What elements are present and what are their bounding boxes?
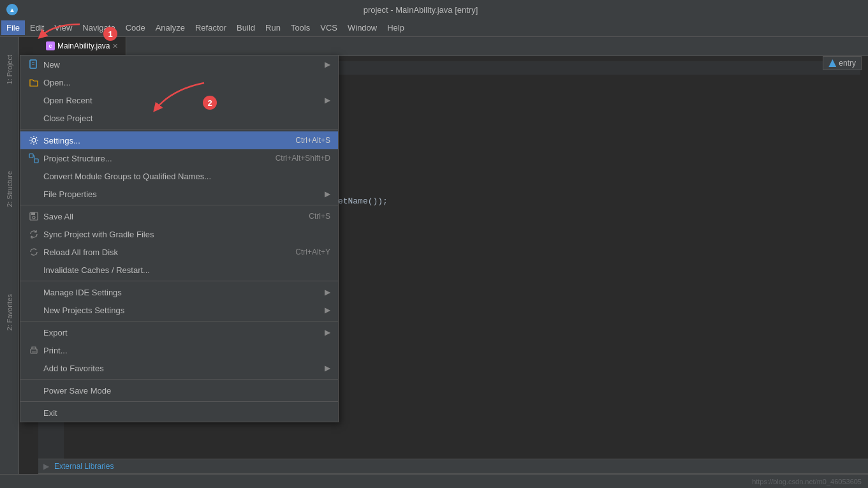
sync-project-label: Sync Project with Gradle Files: [43, 230, 330, 239]
annotation-badge-1: 1: [103, 27, 117, 41]
menu-bar: File Edit View Navigate Code Analyze Ref…: [0, 19, 868, 37]
menu-item-file-properties[interactable]: File Properties ▶: [20, 185, 338, 203]
menu-item-add-favorites[interactable]: Add to Favorites ▶: [20, 359, 338, 377]
menu-item-power-save[interactable]: Power Save Mode: [20, 381, 338, 399]
open-folder-icon: [28, 77, 40, 88]
window-title: project - MainAbility.java [entry]: [364, 5, 478, 15]
power-save-icon: [28, 385, 40, 396]
add-favorites-label: Add to Favorites: [43, 364, 325, 373]
editor-tabs: c MainAbility.java ✕: [38, 37, 868, 56]
file-properties-icon: [28, 188, 40, 200]
menu-item-print[interactable]: Print...: [20, 341, 338, 359]
menu-file[interactable]: File: [1, 20, 25, 35]
annotation-arrow-2: [147, 77, 210, 115]
exit-label: Exit: [43, 408, 330, 418]
external-libraries-item[interactable]: External Libraries: [54, 462, 114, 471]
invalidate-icon: [28, 264, 40, 276]
divider-4: [20, 321, 338, 322]
reload-label: Reload All from Disk: [43, 248, 295, 257]
menu-refactor[interactable]: Refactor: [190, 20, 232, 35]
exit-icon: [28, 407, 40, 418]
new-projects-label: New Projects Settings: [43, 306, 325, 315]
entry-triangle-icon: [828, 59, 836, 67]
save-all-shortcut: Ctrl+S: [309, 212, 330, 221]
manage-ide-label: Manage IDE Settings: [43, 288, 325, 297]
export-arrow-icon: ▶: [325, 328, 330, 337]
menu-item-save-all[interactable]: Save All Ctrl+S: [20, 207, 338, 225]
open-recent-arrow-icon: ▶: [325, 96, 330, 105]
menu-item-manage-ide[interactable]: Manage IDE Settings ▶: [20, 283, 338, 301]
new-arrow-icon: ▶: [325, 60, 330, 69]
svg-rect-4: [29, 154, 33, 158]
status-bar: https://blog.csdn.net/m0_46053605: [0, 474, 868, 488]
save-all-label: Save All: [43, 212, 309, 221]
print-icon: [28, 344, 40, 356]
tab-close-button[interactable]: ✕: [112, 42, 118, 50]
reload-icon: [28, 246, 40, 258]
svg-rect-5: [34, 159, 38, 163]
status-url: https://blog.csdn.net/m0_46053605: [752, 478, 862, 485]
main-layout: 1: Project 2: Structure 2: Favorites c M…: [0, 37, 868, 488]
entry-button[interactable]: entry: [823, 56, 862, 70]
sidebar-tab-structure[interactable]: 2: Structure: [3, 166, 16, 212]
settings-shortcut: Ctrl+Alt+S: [295, 136, 330, 145]
file-properties-arrow-icon: ▶: [325, 189, 330, 198]
export-icon: [28, 327, 40, 338]
menu-code[interactable]: Code: [121, 20, 151, 35]
sidebar-tab-project[interactable]: 1: Project: [3, 50, 16, 89]
close-project-icon: [28, 112, 40, 124]
manage-ide-icon: [28, 286, 40, 298]
project-structure-label: Project Structure...: [43, 154, 276, 163]
save-all-icon: [28, 211, 40, 222]
menu-item-project-structure[interactable]: Project Structure... Ctrl+Alt+Shift+D: [20, 149, 338, 167]
menu-tools[interactable]: Tools: [286, 20, 315, 35]
menu-item-exit[interactable]: Exit: [20, 404, 338, 422]
divider-1: [20, 129, 338, 129]
print-label: Print...: [43, 346, 330, 355]
menu-item-invalidate[interactable]: Invalidate Caches / Restart...: [20, 261, 338, 279]
file-properties-label: File Properties: [43, 189, 325, 199]
divider-3: [20, 281, 338, 281]
menu-item-sync-project[interactable]: Sync Project with Gradle Files: [20, 225, 338, 243]
settings-gear-icon: [28, 135, 40, 146]
svg-rect-9: [31, 212, 35, 215]
menu-vcs[interactable]: VCS: [315, 20, 342, 35]
app-logo-icon: ▲: [6, 4, 18, 15]
sync-project-icon: [28, 228, 40, 240]
menu-item-convert-module[interactable]: Convert Module Groups to Qualified Names…: [20, 167, 338, 185]
project-structure-icon: [28, 152, 40, 164]
entry-label: entry: [839, 59, 856, 68]
menu-build[interactable]: Build: [232, 20, 260, 35]
divider-5: [20, 379, 338, 380]
menu-run[interactable]: Run: [260, 20, 286, 35]
divider-6: [20, 401, 338, 402]
manage-ide-arrow-icon: ▶: [325, 288, 330, 297]
menu-item-reload[interactable]: Reload All from Disk Ctrl+Alt+Y: [20, 243, 338, 261]
sidebar-strip: 1: Project 2: Structure 2: Favorites: [0, 37, 19, 488]
menu-analyze[interactable]: Analyze: [151, 20, 190, 35]
add-favorites-arrow-icon: ▶: [325, 364, 330, 373]
new-file-icon: [28, 59, 40, 70]
svg-rect-12: [32, 351, 36, 353]
new-label: New: [43, 60, 325, 70]
invalidate-label: Invalidate Caches / Restart...: [43, 265, 330, 275]
menu-item-new[interactable]: New ▶: [20, 55, 338, 73]
menu-help[interactable]: Help: [382, 20, 409, 35]
project-structure-shortcut: Ctrl+Alt+Shift+D: [276, 154, 330, 163]
new-projects-arrow-icon: ▶: [325, 306, 330, 314]
svg-point-10: [33, 216, 35, 219]
convert-module-label: Convert Module Groups to Qualified Names…: [43, 172, 330, 181]
menu-item-export[interactable]: Export ▶: [20, 323, 338, 341]
favorites-icon: [28, 362, 40, 374]
menu-item-new-projects[interactable]: New Projects Settings ▶: [20, 301, 338, 319]
sidebar-tab-favorites[interactable]: 2: Favorites: [3, 289, 16, 336]
reload-shortcut: Ctrl+Alt+Y: [295, 248, 330, 256]
menu-window[interactable]: Window: [342, 20, 382, 35]
power-save-label: Power Save Mode: [43, 386, 330, 396]
open-recent-icon: [28, 94, 40, 106]
title-bar: ▲ project - MainAbility.java [entry]: [0, 0, 868, 19]
title-bar-left: ▲: [6, 4, 18, 15]
new-projects-icon: [28, 304, 40, 316]
menu-item-settings[interactable]: Settings... Ctrl+Alt+S: [20, 131, 338, 149]
convert-module-icon: [28, 170, 40, 182]
